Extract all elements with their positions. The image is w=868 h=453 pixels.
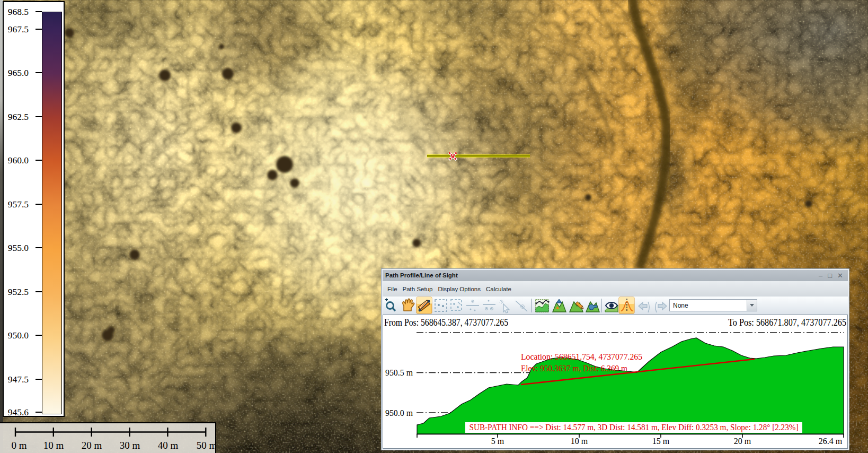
svg-text:SUB-PATH INFO ==> Dist: 14.577: SUB-PATH INFO ==> Dist: 14.577 m, 3D Dis… xyxy=(470,423,799,432)
svg-text:950.5 m: 950.5 m xyxy=(385,368,413,377)
svg-text:15 m: 15 m xyxy=(652,437,670,446)
svg-text:10 m: 10 m xyxy=(43,440,64,451)
svg-text:5 m: 5 m xyxy=(491,437,504,446)
svg-text:950.0 m: 950.0 m xyxy=(385,408,413,417)
svg-text:26.4 m: 26.4 m xyxy=(819,437,843,446)
svg-text:Elev: 950.3637 m, Dist: 6.369: Elev: 950.3637 m, Dist: 6.369 m xyxy=(521,363,627,373)
svg-text:20 m: 20 m xyxy=(734,437,751,446)
svg-text:40 m: 40 m xyxy=(158,440,179,451)
svg-text:10 m: 10 m xyxy=(571,437,588,446)
svg-text:To Pos: 568671.807, 4737077.26: To Pos: 568671.807, 4737077.265 xyxy=(728,317,846,328)
svg-text:30 m: 30 m xyxy=(120,440,140,451)
svg-text:20 m: 20 m xyxy=(82,440,102,451)
svg-text:From Pos: 568645.387, 4737077.: From Pos: 568645.387, 4737077.265 xyxy=(384,317,508,328)
svg-text:50 m: 50 m xyxy=(197,440,215,451)
svg-text:Location: 568651.754, 4737077.: Location: 568651.754, 4737077.265 xyxy=(521,352,642,362)
svg-text:0 m: 0 m xyxy=(11,440,26,451)
